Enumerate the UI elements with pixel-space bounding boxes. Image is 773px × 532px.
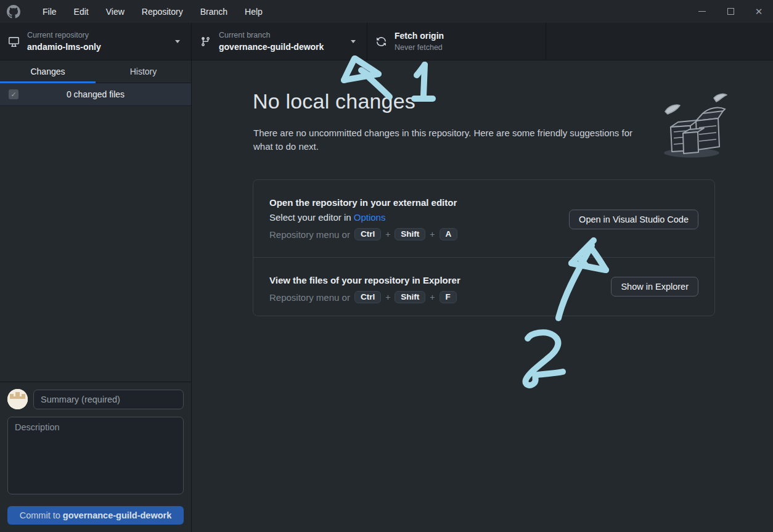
suggestion-show-explorer: View the files of your repository in Exp…	[253, 258, 714, 316]
current-branch-dropdown[interactable]: Current branch governance-guild-dework	[192, 23, 367, 60]
key-f: F	[440, 291, 457, 303]
toolbar: Current repository andamio-lms-only Curr…	[0, 23, 773, 60]
current-repository-dropdown[interactable]: Current repository andamio-lms-only	[0, 23, 192, 60]
maximize-button[interactable]	[716, 0, 745, 23]
key-shift: Shift	[395, 228, 425, 240]
suggestion-title: Open the repository in your external edi…	[269, 197, 698, 208]
minimize-icon	[698, 11, 706, 12]
menu-bar: File Edit View Repository Branch Help	[34, 0, 271, 23]
summary-input[interactable]	[33, 390, 184, 409]
tab-changes[interactable]: Changes	[0, 60, 96, 83]
menu-file[interactable]: File	[34, 0, 65, 23]
paper-stack-illustration	[661, 92, 730, 160]
changed-files-row: ✓ 0 changed files	[0, 83, 191, 106]
desktop-icon	[9, 36, 19, 47]
maximize-icon	[727, 8, 734, 15]
plus-separator: +	[430, 229, 435, 239]
shortcut-prefix: Repository menu or	[269, 229, 350, 240]
sidebar-tabs: Changes History	[0, 60, 191, 83]
sync-icon	[376, 36, 386, 47]
commit-panel: Commit to governance-guild-dework	[0, 382, 191, 532]
close-icon: ✕	[755, 7, 763, 16]
description-textarea[interactable]	[7, 417, 184, 494]
menu-edit[interactable]: Edit	[65, 0, 97, 23]
avatar	[7, 389, 28, 409]
menu-help[interactable]: Help	[236, 0, 271, 23]
show-in-explorer-button[interactable]: Show in Explorer	[611, 277, 698, 297]
current-repository-label: Current repository	[27, 30, 101, 41]
menu-view[interactable]: View	[97, 0, 133, 23]
window-controls: ✕	[688, 0, 773, 23]
github-logo-icon	[7, 5, 20, 18]
changed-files-label: 0 changed files	[0, 89, 191, 99]
tab-history[interactable]: History	[96, 60, 191, 83]
fetch-origin-status: Never fetched	[395, 42, 444, 53]
current-repository-value: andamio-lms-only	[27, 41, 101, 53]
changes-list-empty	[0, 106, 191, 382]
git-branch-icon	[200, 36, 211, 47]
open-in-vscode-button[interactable]: Open in Visual Studio Code	[569, 210, 698, 229]
menu-repository[interactable]: Repository	[133, 0, 192, 23]
key-ctrl: Ctrl	[354, 228, 381, 240]
commit-button-prefix: Commit to	[20, 510, 63, 520]
title-bar: File Edit View Repository Branch Help ✕	[0, 0, 773, 23]
plus-separator: +	[430, 292, 435, 302]
editor-hint-text: Select your editor in	[269, 212, 354, 223]
sidebar: Changes History ✓ 0 changed files Commit…	[0, 60, 192, 532]
commit-button-branch: governance-guild-dework	[63, 510, 171, 520]
plus-separator: +	[385, 292, 390, 302]
key-a: A	[440, 228, 458, 240]
shortcut-hint: Repository menu or Ctrl + Shift + A	[269, 228, 698, 240]
fetch-origin-button[interactable]: Fetch origin Never fetched	[367, 23, 546, 60]
fetch-origin-label: Fetch origin	[395, 30, 444, 42]
page-title: No local changes	[253, 89, 415, 113]
suggestions-container: Open the repository in your external edi…	[253, 179, 715, 316]
key-shift: Shift	[395, 291, 425, 303]
plus-separator: +	[385, 229, 390, 239]
minimize-button[interactable]	[688, 0, 716, 23]
chevron-down-icon	[175, 40, 180, 43]
menu-branch[interactable]: Branch	[192, 0, 236, 23]
options-link[interactable]: Options	[354, 212, 386, 223]
shortcut-prefix: Repository menu or	[269, 292, 350, 303]
chevron-down-icon	[351, 40, 356, 43]
close-button[interactable]: ✕	[745, 0, 773, 23]
key-ctrl: Ctrl	[354, 291, 381, 303]
main-content: No local changes There are no uncommitte…	[192, 60, 773, 532]
suggestion-external-editor: Open the repository in your external edi…	[253, 180, 714, 258]
page-subtitle: There are no uncommitted changes in this…	[253, 126, 637, 153]
current-branch-label: Current branch	[219, 30, 324, 41]
commit-button[interactable]: Commit to governance-guild-dework	[7, 506, 184, 525]
current-branch-value: governance-guild-dework	[219, 41, 324, 53]
